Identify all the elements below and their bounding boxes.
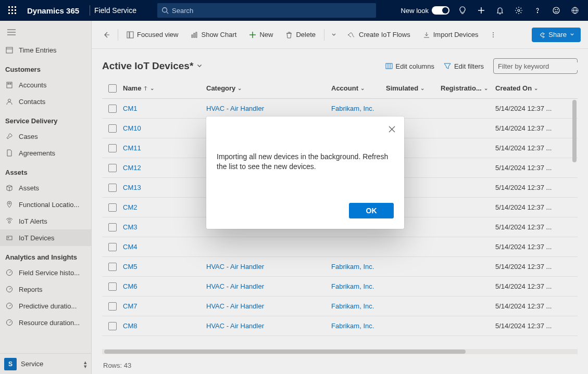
new-look-label: New look bbox=[401, 7, 429, 15]
assistant-button[interactable] bbox=[454, 0, 471, 21]
svg-point-16 bbox=[553, 7, 559, 14]
svg-point-9 bbox=[162, 8, 167, 12]
svg-rect-1 bbox=[11, 6, 13, 8]
search-icon bbox=[161, 7, 169, 14]
product-label[interactable]: Field Service bbox=[94, 6, 136, 15]
svg-rect-3 bbox=[8, 9, 10, 11]
question-icon bbox=[533, 6, 542, 15]
feedback-button[interactable] bbox=[547, 0, 565, 21]
divider bbox=[90, 5, 90, 16]
import-devices-dialog: Importing all new devices in the backgro… bbox=[206, 117, 404, 229]
svg-rect-7 bbox=[11, 12, 13, 14]
app-launcher[interactable] bbox=[4, 2, 21, 19]
svg-rect-2 bbox=[15, 6, 16, 8]
help-button[interactable] bbox=[529, 0, 546, 21]
close-icon bbox=[389, 126, 395, 133]
global-search[interactable] bbox=[157, 3, 376, 18]
svg-rect-6 bbox=[8, 12, 10, 14]
svg-point-14 bbox=[518, 9, 520, 11]
account-button[interactable] bbox=[566, 0, 584, 21]
gear-icon bbox=[515, 6, 523, 15]
bell-icon bbox=[496, 6, 504, 15]
toggle-switch-icon bbox=[432, 6, 449, 15]
svg-rect-5 bbox=[15, 9, 16, 11]
lightbulb-icon bbox=[458, 6, 467, 15]
svg-rect-0 bbox=[8, 6, 10, 8]
search-input[interactable] bbox=[172, 7, 372, 15]
dialog-message: Importing all new devices in the backgro… bbox=[217, 127, 394, 203]
smiley-icon bbox=[552, 6, 560, 15]
new-look-toggle[interactable]: New look bbox=[401, 6, 449, 15]
waffle-icon bbox=[8, 6, 17, 15]
plus-icon bbox=[477, 6, 485, 15]
svg-rect-8 bbox=[15, 12, 16, 14]
svg-point-18 bbox=[557, 9, 558, 10]
svg-point-15 bbox=[537, 12, 537, 12]
svg-line-10 bbox=[167, 12, 169, 14]
dialog-close-button[interactable] bbox=[386, 124, 397, 134]
globe-icon bbox=[571, 6, 579, 15]
dialog-ok-button[interactable]: OK bbox=[349, 203, 394, 218]
notifications-button[interactable] bbox=[491, 0, 509, 21]
svg-point-17 bbox=[555, 9, 556, 10]
add-button[interactable] bbox=[472, 0, 490, 21]
settings-button[interactable] bbox=[510, 0, 528, 21]
brand-label: Dynamics 365 bbox=[27, 6, 79, 15]
svg-rect-4 bbox=[11, 9, 13, 11]
global-header: Dynamics 365 Field Service New look bbox=[0, 0, 588, 21]
